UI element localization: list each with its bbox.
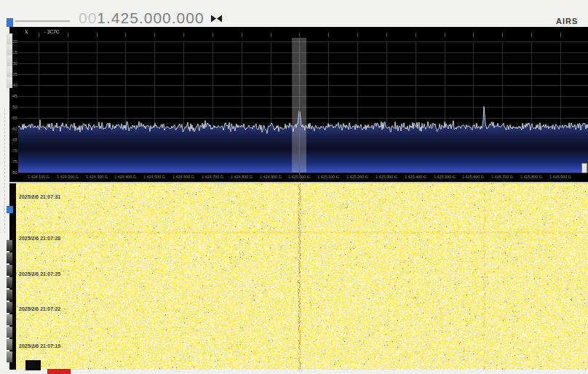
panel-separator[interactable] — [9, 182, 588, 183]
side-panel-handle[interactable] — [7, 77, 12, 88]
side-panel-handle[interactable] — [7, 55, 12, 66]
side-panel-handle[interactable] — [7, 314, 12, 325]
spectrum-panel: k - 3C7C -20-25-30-35-40-45-50-55-60-65-… — [9, 27, 588, 182]
side-panel-handle[interactable] — [7, 66, 12, 77]
bottom-red-indicator — [47, 369, 71, 374]
side-panel-handle[interactable] — [7, 351, 12, 362]
side-panel-handle[interactable] — [7, 265, 12, 276]
frequency-digits: 001.425.000.000 — [79, 9, 204, 27]
side-panel-handle[interactable] — [7, 240, 12, 251]
bottom-black-block — [25, 360, 41, 370]
side-panel-handle[interactable] — [7, 277, 12, 288]
waterfall-panel: 2025/2/6 21:07:312025/2/6 21:07:282025/2… — [16, 183, 588, 370]
frequency-prefix: 00 — [79, 9, 97, 26]
side-panel-handle[interactable] — [7, 33, 12, 44]
spectrum-zoom-thumb[interactable] — [581, 163, 587, 173]
frequency-step-icon[interactable] — [210, 15, 223, 23]
side-panel-strip[interactable] — [0, 15, 16, 374]
side-panel-handle[interactable] — [7, 339, 12, 350]
frequency-display[interactable]: 001.425.000.000 — [79, 9, 223, 27]
spectrum-canvas[interactable] — [9, 27, 588, 182]
tuner-handle-icon[interactable] — [7, 18, 13, 27]
side-panel-handle[interactable] — [7, 302, 12, 313]
sdr-app-window: 001.425.000.000 AIRS k - 3C7C -20-25-30-… — [0, 0, 588, 374]
side-panel-handle[interactable] — [7, 290, 12, 301]
side-strip-guide — [4, 109, 5, 233]
waterfall-canvas[interactable] — [16, 183, 588, 370]
side-panel-handle[interactable] — [7, 327, 12, 338]
top-bar: 001.425.000.000 AIRS — [0, 0, 588, 27]
airspy-logo: AIRS — [556, 17, 588, 25]
spectrum-corner-label-left: k — [25, 29, 28, 34]
frequency-value: 1.425.000.000 — [97, 9, 204, 26]
side-panel-accent-mid[interactable] — [7, 206, 13, 213]
spectrum-corner-label-right: - 3C7C — [44, 29, 60, 34]
tuner-slider-track[interactable] — [15, 20, 70, 22]
side-panel-handle[interactable] — [7, 252, 12, 263]
side-panel-handle[interactable] — [7, 44, 12, 55]
bottom-strip — [0, 370, 588, 374]
